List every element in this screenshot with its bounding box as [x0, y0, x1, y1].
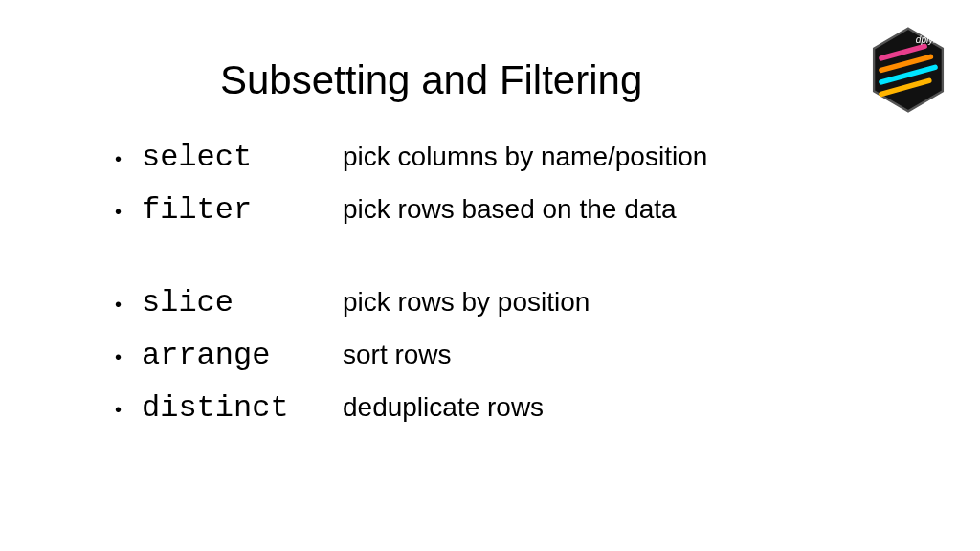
fn-desc: pick rows by position — [343, 287, 590, 318]
slide: dplyr Subsetting and Filtering • select … — [0, 0, 980, 551]
bullet-icon: • — [115, 347, 122, 366]
list-item: • arrange sort rows — [115, 338, 903, 373]
bullet-icon: • — [115, 149, 122, 168]
fn-desc: deduplicate rows — [343, 392, 544, 423]
fn-name: distinct — [142, 390, 343, 426]
fn-name: arrange — [142, 338, 343, 373]
list-item: • select pick columns by name/position — [115, 140, 903, 175]
bullet-icon: • — [115, 400, 122, 419]
fn-name: select — [142, 140, 343, 175]
bullet-icon: • — [115, 295, 122, 314]
bullet-icon: • — [115, 202, 122, 221]
function-list: • select pick columns by name/position •… — [115, 140, 903, 426]
fn-name: filter — [142, 192, 343, 228]
logo-label: dplyr — [916, 34, 938, 45]
fn-desc: pick rows based on the data — [343, 194, 677, 225]
list-item: • filter pick rows based on the data — [115, 192, 903, 228]
fn-desc: pick columns by name/position — [343, 142, 707, 172]
fn-name: slice — [142, 285, 343, 320]
slide-title: Subsetting and Filtering — [220, 57, 903, 103]
list-item: • distinct deduplicate rows — [115, 390, 903, 426]
dplyr-hex-logo-icon: dplyr — [871, 27, 946, 113]
list-item: • slice pick rows by position — [115, 285, 903, 320]
fn-desc: sort rows — [343, 340, 452, 370]
